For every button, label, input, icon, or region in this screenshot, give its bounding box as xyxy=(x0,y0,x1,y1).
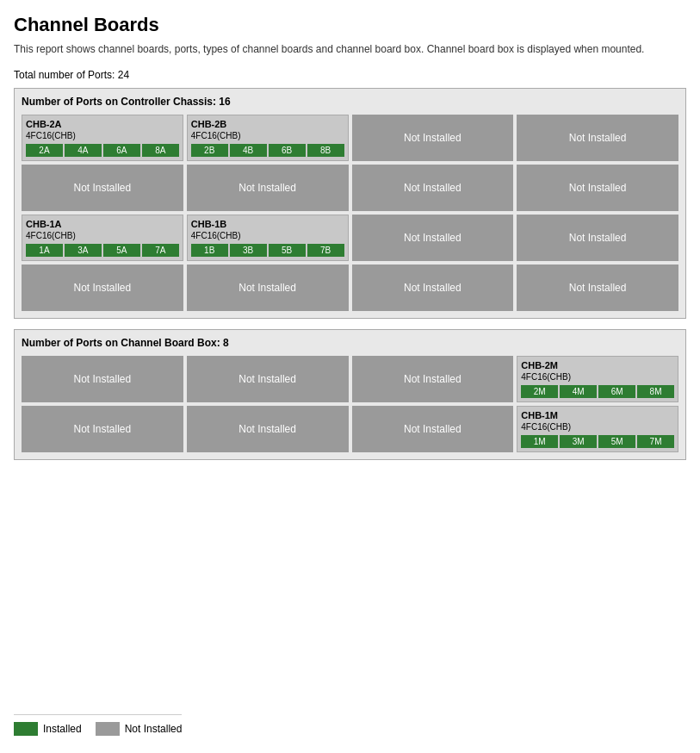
board-cell-installed: CHB-1B4FC16(CHB)1B3B5B7B xyxy=(187,215,349,261)
port-row: 2B4B6B8B xyxy=(191,144,344,157)
port-button[interactable]: 7B xyxy=(307,244,344,257)
port-button[interactable]: 6M xyxy=(598,385,635,398)
board-subheader: 4FC16(CHB) xyxy=(191,231,344,240)
port-button[interactable]: 4A xyxy=(65,144,102,157)
board-cell-installed: CHB-2A4FC16(CHB)2A4A6A8A xyxy=(22,115,183,161)
port-row: 1B3B5B7B xyxy=(191,244,344,257)
port-row: 1A3A5A7A xyxy=(26,244,179,257)
board-cell-installed: CHB-1A4FC16(CHB)1A3A5A7A xyxy=(22,215,183,261)
port-button[interactable]: 1A xyxy=(26,244,63,257)
board-subheader: 4FC16(CHB) xyxy=(521,422,674,432)
board-cell-installed: CHB-2B4FC16(CHB)2B4B6B8B xyxy=(187,115,349,161)
board-header: CHB-2B xyxy=(191,119,344,129)
port-button[interactable]: 8M xyxy=(637,385,674,398)
board-cell-not-installed: Not Installed xyxy=(187,356,349,402)
port-button[interactable]: 7M xyxy=(637,435,674,448)
board-cell-not-installed: Not Installed xyxy=(187,406,349,452)
board-cell-installed: CHB-2M4FC16(CHB)2M4M6M8M xyxy=(517,356,678,402)
board-header: CHB-2M xyxy=(521,360,674,370)
controller-chassis-grid: CHB-2A4FC16(CHB)2A4A6A8ACHB-2B4FC16(CHB)… xyxy=(22,115,678,311)
port-row: 2A4A6A8A xyxy=(26,144,179,157)
board-subheader: 4FC16(CHB) xyxy=(26,131,179,140)
port-button[interactable]: 4B xyxy=(230,144,267,157)
board-header: CHB-2A xyxy=(26,119,179,129)
channel-board-box-section: Number of Ports on Channel Board Box: 8 … xyxy=(14,329,686,460)
board-cell-not-installed: Not Installed xyxy=(517,115,678,161)
board-header: CHB-1A xyxy=(26,219,179,229)
port-button[interactable]: 2M xyxy=(521,385,558,398)
legend-installed: Installed xyxy=(14,722,82,736)
port-button[interactable]: 7A xyxy=(142,244,179,257)
controller-chassis-title: Number of Ports on Controller Chassis: 1… xyxy=(22,96,678,108)
port-button[interactable]: 1M xyxy=(521,435,558,448)
page-description: This report shows channel boards, ports,… xyxy=(14,43,686,55)
board-cell-not-installed: Not Installed xyxy=(22,264,183,311)
legend-installed-label: Installed xyxy=(43,723,82,735)
board-header: CHB-1M xyxy=(521,410,674,420)
board-cell-not-installed: Not Installed xyxy=(517,165,678,211)
port-button[interactable]: 2A xyxy=(26,144,63,157)
port-button[interactable]: 8B xyxy=(307,144,344,157)
port-button[interactable]: 5M xyxy=(598,435,635,448)
port-row: 2M4M6M8M xyxy=(521,385,674,398)
board-cell-not-installed: Not Installed xyxy=(352,215,514,261)
controller-chassis-section: Number of Ports on Controller Chassis: 1… xyxy=(14,88,686,319)
board-cell-not-installed: Not Installed xyxy=(352,115,514,161)
port-button[interactable]: 8A xyxy=(142,144,179,157)
port-button[interactable]: 1B xyxy=(191,244,228,257)
port-button[interactable]: 6B xyxy=(269,144,306,157)
board-subheader: 4FC16(CHB) xyxy=(26,231,179,240)
port-button[interactable]: 3B xyxy=(230,244,267,257)
board-cell-not-installed: Not Installed xyxy=(517,215,678,261)
board-cell-not-installed: Not Installed xyxy=(187,165,349,211)
port-button[interactable]: 5B xyxy=(269,244,306,257)
legend-not-installed-label: Not Installed xyxy=(125,723,183,735)
port-button[interactable]: 6A xyxy=(103,144,140,157)
legend-installed-color xyxy=(14,722,38,736)
port-button[interactable]: 2B xyxy=(191,144,228,157)
legend-not-installed: Not Installed xyxy=(96,722,183,736)
board-cell-not-installed: Not Installed xyxy=(517,264,678,311)
board-subheader: 4FC16(CHB) xyxy=(521,372,674,382)
legend-not-installed-color xyxy=(96,722,120,736)
board-cell-not-installed: Not Installed xyxy=(352,264,514,311)
port-button[interactable]: 3A xyxy=(65,244,102,257)
legend: Installed Not Installed xyxy=(14,714,182,736)
port-button[interactable]: 3M xyxy=(560,435,597,448)
board-cell-not-installed: Not Installed xyxy=(352,356,514,402)
board-cell-not-installed: Not Installed xyxy=(22,406,183,452)
port-button[interactable]: 5A xyxy=(103,244,140,257)
board-cell-not-installed: Not Installed xyxy=(22,165,183,211)
total-ports-label: Total number of Ports: 24 xyxy=(14,69,686,81)
port-button[interactable]: 4M xyxy=(560,385,597,398)
board-cell-not-installed: Not Installed xyxy=(352,406,514,452)
board-header: CHB-1B xyxy=(191,219,344,229)
port-row: 1M3M5M7M xyxy=(521,435,674,448)
channel-board-box-title: Number of Ports on Channel Board Box: 8 xyxy=(22,337,678,349)
board-cell-not-installed: Not Installed xyxy=(352,165,514,211)
board-cell-not-installed: Not Installed xyxy=(187,264,349,311)
board-cell-not-installed: Not Installed xyxy=(22,356,183,402)
board-cell-installed: CHB-1M4FC16(CHB)1M3M5M7M xyxy=(517,406,678,452)
channel-board-box-grid: Not InstalledNot InstalledNot InstalledC… xyxy=(22,356,678,452)
page-title: Channel Boards xyxy=(14,14,686,36)
board-subheader: 4FC16(CHB) xyxy=(191,131,344,140)
